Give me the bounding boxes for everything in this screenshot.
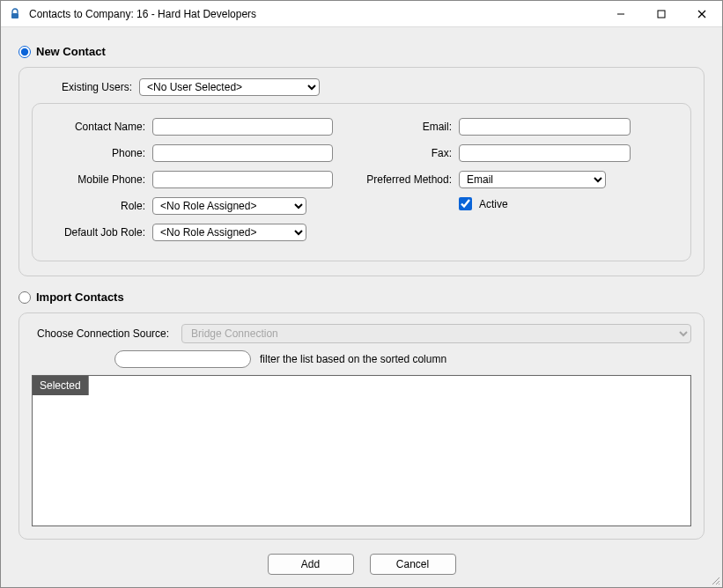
- new-contact-label: New Contact: [36, 45, 106, 58]
- fax-label: Fax:: [362, 147, 459, 159]
- connection-source-select: Bridge Connection: [181, 324, 691, 343]
- svg-rect-0: [11, 13, 18, 18]
- existing-users-select[interactable]: <No User Selected>: [139, 78, 320, 96]
- filter-hint: filter the list based on the sorted colu…: [260, 353, 446, 365]
- svg-line-5: [712, 577, 719, 584]
- import-contacts-label: Import Contacts: [36, 290, 124, 304]
- preferred-method-select[interactable]: Email: [459, 171, 606, 188]
- contact-name-label: Contact Name:: [45, 121, 152, 133]
- mobile-phone-label: Mobile Phone:: [45, 173, 152, 186]
- email-input[interactable]: [459, 118, 631, 136]
- phone-label: Phone:: [45, 147, 152, 159]
- import-grid[interactable]: Selected: [32, 375, 691, 526]
- import-contacts-radio[interactable]: [18, 291, 31, 304]
- role-select[interactable]: <No Role Assigned>: [152, 197, 306, 215]
- window-title: Contacts to Company: 16 - Hard Hat Devel…: [29, 8, 256, 20]
- dialog-window: Contacts to Company: 16 - Hard Hat Devel…: [0, 0, 723, 588]
- filter-input[interactable]: [114, 350, 251, 368]
- new-contact-group: Existing Users: <No User Selected> Conta…: [18, 67, 705, 276]
- close-button[interactable]: [682, 1, 722, 27]
- titlebar: Contacts to Company: 16 - Hard Hat Devel…: [1, 1, 722, 27]
- contact-fields-group: Contact Name: Phone: Mobile Phone: Role:: [32, 103, 691, 261]
- active-label: Active: [479, 198, 508, 210]
- import-contacts-group: Choose Connection Source: Bridge Connect…: [18, 312, 705, 540]
- lock-icon: [8, 7, 22, 21]
- content-area: New Contact Existing Users: <No User Sel…: [1, 27, 722, 547]
- svg-rect-2: [658, 11, 665, 18]
- default-job-role-select[interactable]: <No Role Assigned>: [152, 224, 306, 241]
- contact-name-input[interactable]: [152, 118, 333, 136]
- connection-source-label: Choose Connection Source:: [32, 327, 181, 340]
- existing-users-label: Existing Users:: [32, 81, 139, 93]
- resize-grip-icon[interactable]: [710, 575, 720, 585]
- minimize-button[interactable]: [601, 1, 641, 27]
- role-label: Role:: [45, 200, 152, 212]
- fax-input[interactable]: [459, 144, 631, 162]
- add-button[interactable]: Add: [268, 554, 354, 575]
- default-job-role-label: Default Job Role:: [45, 226, 152, 239]
- preferred-method-label: Preferred Method:: [362, 173, 459, 186]
- cancel-button[interactable]: Cancel: [370, 554, 456, 575]
- svg-line-7: [719, 584, 719, 584]
- grid-column-selected[interactable]: Selected: [33, 376, 89, 395]
- phone-input[interactable]: [152, 144, 333, 162]
- maximize-button[interactable]: [641, 1, 682, 27]
- new-contact-radio[interactable]: [18, 46, 31, 58]
- mobile-phone-input[interactable]: [152, 171, 333, 188]
- dialog-footer: Add Cancel: [1, 547, 722, 587]
- active-checkbox[interactable]: [459, 197, 472, 210]
- email-label: Email:: [362, 121, 459, 133]
